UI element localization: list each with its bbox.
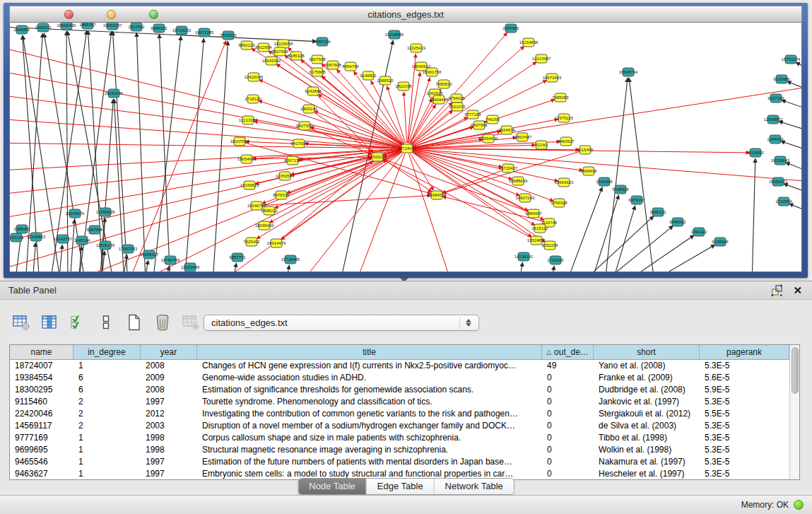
graph-node[interactable]: 62160 — [536, 141, 548, 149]
select-visible-columns-icon[interactable] — [66, 311, 89, 334]
graph-node[interactable]: 5938928 — [612, 185, 629, 194]
table-selector-dropdown[interactable]: citations_edges.txt — [204, 315, 479, 331]
graph-node[interactable]: 15716485 — [281, 255, 300, 264]
close-button[interactable] — [64, 10, 73, 19]
graph-node[interactable]: 9215953 — [747, 148, 764, 157]
column-header-in_degree[interactable]: in_degree — [73, 345, 141, 359]
graph-node[interactable]: 9756928 — [551, 199, 567, 207]
graph-node[interactable]: 9645012 — [669, 218, 686, 226]
memory-status-icon[interactable] — [794, 500, 804, 510]
graph-node[interactable]: 8186328 — [288, 52, 305, 60]
graph-node[interactable]: 10719133 — [172, 26, 192, 35]
graph-node[interactable]: 16648794 — [619, 68, 638, 76]
graph-node[interactable]: 9227343 — [767, 94, 784, 103]
graph-node[interactable]: 9146821 — [360, 71, 377, 80]
graph-node[interactable]: 8978334 — [273, 191, 290, 199]
graph-node[interactable]: 17957253 — [119, 245, 138, 253]
graph-node[interactable]: 14136141 — [514, 252, 534, 261]
table-row[interactable]: 977716911998Corpus callosum shape and si… — [10, 432, 789, 444]
graph-node[interactable]: 1091022 — [690, 228, 707, 236]
graph-node[interactable]: 12213987 — [532, 54, 551, 63]
graph-node[interactable]: 9242848 — [305, 87, 322, 95]
graph-node[interactable]: 9860123 — [238, 41, 255, 49]
graph-node[interactable]: 1710554 — [775, 197, 792, 206]
graph-node[interactable]: 2087682 — [502, 24, 519, 33]
graph-node[interactable]: 1845851 — [13, 25, 30, 34]
graph-node[interactable]: 29053346 — [105, 89, 124, 98]
graph-node[interactable]: 12353594 — [276, 172, 295, 180]
graph-node[interactable]: 19218586 — [385, 30, 404, 39]
graph-node[interactable]: 1588520 — [377, 76, 394, 85]
graph-node[interactable]: 9777169 — [464, 110, 481, 119]
show-columns-icon[interactable] — [38, 311, 61, 334]
graph-node[interactable]: 1621072 — [449, 103, 466, 111]
network-graph[interactable]: 1872400798601238912954182260589827509105… — [10, 23, 802, 272]
graph-node[interactable]: 1640954 — [596, 177, 613, 186]
graph-node[interactable]: 3624574 — [498, 126, 515, 134]
graph-node[interactable]: 20364436 — [479, 134, 498, 143]
table-row[interactable]: 969969511998Structural magnetic resonanc… — [10, 444, 789, 456]
graph-node[interactable]: 1527602 — [128, 23, 145, 31]
network-canvas[interactable]: 1872400798601238912954182260589827509105… — [9, 23, 802, 272]
table-settings-icon[interactable] — [10, 311, 33, 334]
graph-node[interactable]: 12093872 — [764, 115, 783, 124]
graph-node[interactable]: 15992971 — [769, 177, 788, 186]
graph-node[interactable]: 19654903 — [237, 155, 257, 163]
row-height-icon[interactable] — [95, 311, 117, 334]
graph-node[interactable]: 12505135 — [96, 241, 115, 250]
graph-node[interactable]: 20691406 — [57, 23, 76, 30]
graph-node[interactable]: 1822038 — [395, 82, 412, 90]
graph-node[interactable]: 10688639 — [509, 177, 528, 185]
graph-node[interactable]: 2067608 — [324, 61, 341, 69]
delete-icon[interactable] — [151, 311, 174, 334]
tab-node-table[interactable]: Node Table — [298, 479, 367, 494]
graph-node[interactable]: 9129966 — [773, 75, 790, 83]
graph-node[interactable]: 9827509 — [271, 47, 288, 56]
scrollbar-thumb[interactable] — [792, 347, 799, 394]
column-header-name[interactable]: name — [10, 345, 73, 359]
graph-node[interactable]: 9699695 — [580, 167, 597, 175]
table-row[interactable]: 1938455462009Genome-wide association stu… — [10, 372, 789, 384]
graph-node[interactable]: 20206576 — [66, 209, 85, 218]
graph-node[interactable]: 19654923 — [555, 178, 574, 187]
graph-node[interactable]: 746266 — [486, 115, 500, 124]
close-panel-icon[interactable]: ✕ — [793, 284, 802, 297]
graph-node[interactable]: 18107554 — [230, 137, 249, 146]
graph-node[interactable]: 9827508 — [309, 55, 326, 64]
table-row[interactable]: 1872400712008Changes of HCN gene express… — [10, 360, 789, 372]
graph-node[interactable]: 7625402 — [243, 238, 260, 246]
graph-node[interactable]: 6794028 — [448, 94, 465, 103]
graph-node[interactable]: 9097588 — [86, 226, 103, 234]
graph-node[interactable]: 9417004 — [290, 139, 307, 148]
table-row[interactable]: 1830029562008Estimation of significance … — [10, 384, 789, 396]
graph-node[interactable]: 1385081 — [13, 225, 30, 233]
zoom-button[interactable] — [149, 10, 158, 19]
table-row[interactable]: 2242004622012Investigating the contribut… — [10, 408, 789, 420]
graph-node[interactable]: 9463627 — [558, 137, 575, 146]
table-scrollbar[interactable] — [789, 345, 799, 479]
graph-node[interactable]: 15751074 — [782, 55, 801, 64]
graph-node[interactable]: 9135648 — [712, 238, 729, 246]
table-row[interactable]: 911546021997Tourette syndrome. Phenomeno… — [10, 396, 789, 408]
minimize-button[interactable] — [107, 10, 116, 19]
graph-node[interactable]: 12156823 — [27, 233, 46, 241]
delete-table-icon[interactable] — [180, 311, 202, 334]
graph-node[interactable]: 9115460 — [577, 146, 594, 154]
network-window-titlebar[interactable]: citations_edges.txt — [9, 6, 802, 23]
graph-node[interactable]: 9857771 — [229, 253, 246, 262]
graph-node[interactable]: 1244419 — [767, 135, 784, 144]
column-header-pagerank[interactable]: pagerank — [700, 345, 789, 359]
graph-node[interactable]: 933139 — [10, 233, 24, 242]
graph-node[interactable]: 7485063 — [552, 93, 569, 102]
graph-node[interactable]: 10807487 — [513, 133, 532, 141]
graph-node[interactable]: 1865317 — [79, 23, 96, 29]
graph-node[interactable]: 8912954 — [255, 43, 272, 52]
column-header-year[interactable]: year — [141, 345, 197, 359]
table-row[interactable]: 1456911722003Disruption of a novel membe… — [10, 420, 789, 432]
float-window-icon[interactable] — [770, 284, 783, 297]
graph-node[interactable]: 8454749 — [342, 62, 359, 71]
graph-node[interactable]: 16914479 — [267, 239, 286, 247]
graph-node[interactable]: 7957224 — [314, 37, 331, 46]
graph-node[interactable]: 16154838 — [519, 38, 539, 47]
graph-node[interactable]: 12975115 — [555, 114, 574, 122]
